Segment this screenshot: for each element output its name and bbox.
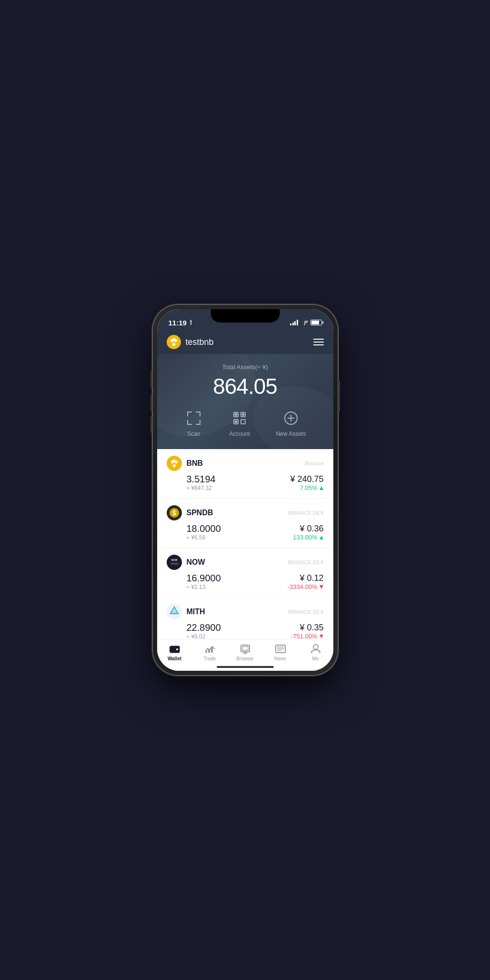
account-button[interactable]: Account xyxy=(229,409,250,437)
header-left: testbnb xyxy=(167,335,214,349)
svg-marker-34 xyxy=(320,536,323,539)
mith-price: ¥ 0.35 xyxy=(291,623,324,633)
menu-button[interactable] xyxy=(313,339,324,345)
now-logo: NOW TOKEN xyxy=(167,555,182,570)
total-assets-label: Total Assets(≈ ¥) xyxy=(167,363,324,371)
svg-rect-11 xyxy=(187,424,192,425)
new-assets-label: New Assets xyxy=(276,431,306,437)
me-icon xyxy=(310,643,321,655)
mith-change-arrow xyxy=(319,634,324,639)
spndb-logo: $ xyxy=(167,505,182,520)
now-exchange: BINANCE DEX xyxy=(288,559,324,565)
scan-label: Scan xyxy=(187,431,200,437)
svg-marker-30 xyxy=(320,486,323,490)
svg-point-22 xyxy=(285,412,297,424)
hero-section: Total Assets(≈ ¥) 864.05 xyxy=(157,354,333,449)
svg-point-46 xyxy=(176,648,178,650)
location-icon xyxy=(189,320,193,325)
wallet-icon xyxy=(169,643,180,655)
trade-icon xyxy=(204,643,216,655)
nav-wallet[interactable]: Wallet xyxy=(160,643,189,661)
svg-rect-51 xyxy=(242,647,248,650)
spndb-amount: 18.0000 xyxy=(187,523,221,534)
now-price: ¥ 0.12 xyxy=(288,573,324,583)
scan-button[interactable]: Scan xyxy=(184,409,203,437)
wallet-label: Wallet xyxy=(168,656,181,661)
svg-rect-21 xyxy=(235,421,237,423)
svg-rect-7 xyxy=(187,412,192,412)
svg-rect-9 xyxy=(196,412,200,412)
svg-rect-49 xyxy=(211,647,213,653)
asset-item-spndb[interactable]: $ SPNDB BINANCE DEX 18.0000 ≈ ¥6.58 ¥ 0.… xyxy=(157,499,333,548)
svg-point-25 xyxy=(167,456,182,471)
svg-text:$: $ xyxy=(172,509,176,517)
svg-rect-19 xyxy=(235,413,237,416)
svg-rect-45 xyxy=(170,647,171,652)
svg-point-1 xyxy=(304,324,305,325)
spndb-change: 133.00% xyxy=(293,534,323,541)
app-logo xyxy=(167,335,181,349)
asset-item-bnb[interactable]: BNB Binance 3.5194 ≈ ¥847.32 ¥ 240.75 7.… xyxy=(157,449,333,499)
bnb-name: BNB xyxy=(187,459,203,468)
bnb-approx: ≈ ¥847.32 xyxy=(187,485,216,491)
svg-point-58 xyxy=(313,645,318,649)
bnb-price: ¥ 240.75 xyxy=(290,474,323,484)
svg-rect-15 xyxy=(234,412,238,417)
nav-trade[interactable]: Trade xyxy=(196,643,224,661)
status-time: 11:19 xyxy=(169,319,187,327)
mith-name: MITH xyxy=(187,608,205,616)
mith-exchange: BINANCE DEX xyxy=(288,609,324,615)
svg-marker-38 xyxy=(320,585,323,589)
mith-amount: 22.8900 xyxy=(187,622,221,633)
nav-browser[interactable]: Browser xyxy=(231,643,260,661)
nav-news[interactable]: News xyxy=(266,643,295,661)
spndb-price: ¥ 0.36 xyxy=(293,524,323,534)
phone-screen: 11:19 xyxy=(157,309,333,671)
now-change-arrow xyxy=(319,585,324,589)
svg-rect-48 xyxy=(208,649,210,653)
svg-rect-12 xyxy=(187,420,188,425)
hero-actions: Scan Accou xyxy=(167,409,324,437)
bnb-change: 7.05% xyxy=(290,484,323,491)
browser-label: Browser xyxy=(236,656,254,661)
notch xyxy=(210,309,280,323)
mith-logo xyxy=(167,604,182,619)
svg-marker-43 xyxy=(320,635,323,638)
svg-rect-18 xyxy=(241,420,245,424)
trade-label: Trade xyxy=(204,656,216,661)
spndb-change-arrow xyxy=(319,535,324,540)
now-change: -3334.00% xyxy=(288,583,324,590)
home-indicator xyxy=(217,666,274,668)
news-label: News xyxy=(274,656,286,661)
svg-point-2 xyxy=(167,335,181,349)
svg-rect-47 xyxy=(205,651,207,653)
bnb-change-arrow xyxy=(319,486,324,490)
svg-rect-14 xyxy=(200,420,200,425)
wifi-icon xyxy=(300,320,308,325)
svg-rect-8 xyxy=(187,412,188,416)
svg-rect-20 xyxy=(242,413,244,416)
spndb-exchange: BINANCE DEX xyxy=(288,510,324,516)
asset-list: BNB Binance 3.5194 ≈ ¥847.32 ¥ 240.75 7.… xyxy=(157,449,333,671)
svg-text:TOKEN: TOKEN xyxy=(170,562,179,565)
battery-icon xyxy=(310,320,322,325)
svg-rect-13 xyxy=(196,424,200,425)
spndb-approx: ≈ ¥6.58 xyxy=(187,534,221,541)
new-assets-button[interactable]: New Assets xyxy=(276,409,306,437)
header-username: testbnb xyxy=(186,337,214,347)
svg-rect-10 xyxy=(200,412,200,416)
status-icons xyxy=(290,320,322,325)
svg-text:NOW: NOW xyxy=(171,559,177,561)
total-assets-amount: 864.05 xyxy=(167,373,324,399)
bnb-amount: 3.5194 xyxy=(187,474,216,485)
now-amount: 16.9000 xyxy=(187,573,221,584)
spndb-name: SPNDB xyxy=(187,509,213,517)
scan-icon xyxy=(184,409,203,428)
bnb-exchange: Binance xyxy=(305,461,324,466)
account-icon xyxy=(230,409,249,428)
asset-item-now[interactable]: NOW TOKEN NOW BINANCE DEX 16.9000 ≈ ¥2.1… xyxy=(157,548,333,598)
app-header: testbnb xyxy=(157,330,333,354)
browser-icon xyxy=(240,643,251,655)
nav-me[interactable]: Me xyxy=(301,643,330,661)
new-assets-icon xyxy=(281,409,300,428)
